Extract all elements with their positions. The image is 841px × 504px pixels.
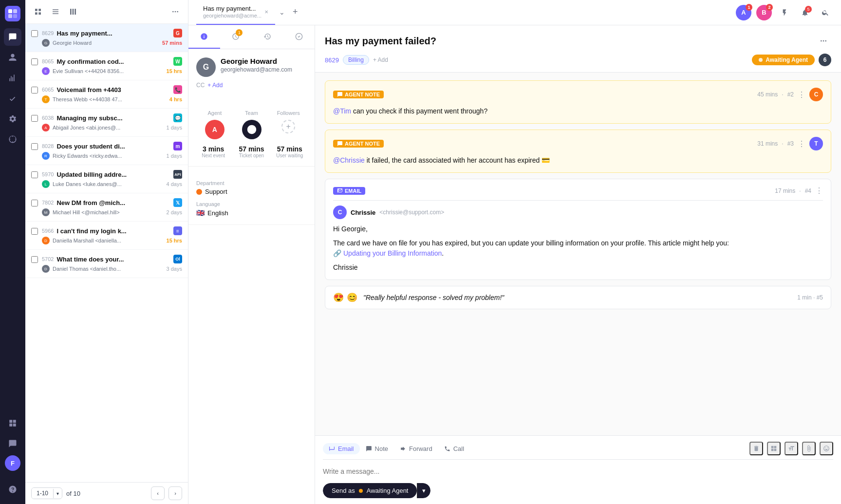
avatar-user2[interactable]: B 2	[756, 5, 772, 20]
view-board-icon[interactable]	[66, 5, 80, 19]
msg-num-2: #3	[787, 140, 794, 147]
add-follower-btn[interactable]: +	[281, 120, 295, 133]
department-section: Department Support Language 🇬🇧 English	[188, 167, 315, 225]
compose-tab-forward[interactable]: Forward	[394, 443, 438, 454]
conv-item-5702[interactable]: 5702 What time does your... Ol D Daniel …	[25, 250, 188, 278]
view-grid-icon[interactable]	[31, 5, 45, 19]
icon-tab-history[interactable]	[252, 25, 283, 49]
compose-tab-call[interactable]: Call	[438, 443, 470, 454]
team-avatar[interactable]	[242, 120, 262, 139]
conv-item-8028[interactable]: 8028 Does your student di... m R Ricky E…	[25, 137, 188, 165]
conv-checkbox-8629[interactable]	[31, 30, 38, 37]
conv-meta-tag[interactable]: Billing	[343, 55, 369, 65]
compose-area: Email Note Forward Call	[315, 435, 841, 504]
conv-meta-add[interactable]: + Add	[373, 56, 388, 63]
nav-icon-tasks[interactable]	[4, 90, 21, 107]
conv-checkbox-5970[interactable]	[31, 171, 38, 178]
compose-tab-note[interactable]: Note	[360, 443, 394, 454]
info-panel: 1 G Georgie Howard georgiehoward@acme.co…	[188, 25, 315, 504]
conv-item-6065[interactable]: 6065 Voicemail from +4403 📞 T Theresa We…	[25, 80, 188, 109]
emoji1: 😍	[333, 292, 344, 303]
conv-header-actions	[816, 33, 831, 49]
new-tab-btn[interactable]: +	[289, 0, 302, 25]
conv-channel-icon-twitter: 𝕏	[173, 198, 182, 207]
agent-label: Agent	[207, 110, 222, 116]
nav-icon-chat[interactable]	[4, 435, 21, 452]
more-options-icon[interactable]	[168, 5, 182, 19]
send-dropdown-btn[interactable]: ▾	[417, 483, 430, 498]
tab-dropdown-btn[interactable]: ⌄	[275, 0, 289, 25]
nav-icon-billing[interactable]	[4, 131, 21, 148]
conv-checkbox-5966[interactable]	[31, 228, 38, 235]
msg-more-btn-2[interactable]: ⋮	[798, 139, 805, 149]
agent-avatar[interactable]: A	[205, 120, 224, 139]
send-button[interactable]: Send as Awaiting Agent	[323, 483, 417, 498]
status-badge[interactable]: Awaiting Agent	[752, 55, 815, 65]
conv-item-7802[interactable]: 7802 New DM from @mich... 𝕏 M Michael Hi…	[25, 193, 188, 222]
tab-payment[interactable]: Has my payment... georgiehoward@acme... …	[196, 0, 275, 25]
nav-icon-settings[interactable]	[4, 110, 21, 128]
conv-checkbox-8028[interactable]	[31, 143, 38, 150]
conv-item-5970[interactable]: 5970 Updated billing addre... API L Luke…	[25, 165, 188, 193]
msg-more-btn-3[interactable]: ⋮	[815, 186, 823, 195]
notifications-btn[interactable]: 5	[797, 5, 813, 20]
conv-item-6038[interactable]: 6038 Managing my subsc... 💬 A Abigail Jo…	[25, 109, 188, 137]
msg-dot-1: ·	[782, 91, 783, 98]
lightning-btn[interactable]	[777, 5, 792, 20]
svg-rect-19	[774, 446, 777, 448]
compose-actions-right	[749, 442, 833, 455]
font-size-btn[interactable]	[785, 442, 798, 455]
search-btn[interactable]	[818, 5, 833, 20]
page-next-btn[interactable]: ›	[168, 486, 182, 500]
user-avatar-nav[interactable]: F	[5, 455, 20, 471]
nav-icon-contacts[interactable]	[4, 49, 21, 66]
nav-icon-grid[interactable]	[4, 414, 21, 432]
compose-tab-email[interactable]: Email	[323, 443, 360, 454]
clock-tab-badge: 1	[236, 29, 243, 36]
conv-meta: 8629 Billing + Add Awaiting Agent 6	[325, 54, 831, 66]
template-btn[interactable]	[767, 442, 781, 455]
emoji-btn[interactable]	[820, 442, 833, 455]
nav-icon-reports[interactable]	[4, 69, 21, 87]
cc-add-btn[interactable]: + Add	[207, 82, 223, 89]
msg-body-3: Hi Georgie, The card we have on file for…	[333, 224, 823, 273]
msg-sender-name: Chrissie	[351, 209, 375, 216]
icon-tab-clock[interactable]: 1	[220, 25, 252, 49]
conv-meta-id: 8629	[325, 56, 339, 64]
avatar-user1[interactable]: A 1	[736, 5, 751, 20]
icon-tabs: 1	[188, 25, 315, 49]
attachment-btn[interactable]	[802, 442, 816, 455]
reaction-bar: 😍 😊 "Really helpful response - solved my…	[325, 286, 831, 309]
nav-icon-help[interactable]	[4, 481, 21, 498]
svg-point-17	[825, 40, 826, 42]
icon-tab-check[interactable]	[283, 25, 315, 49]
page-range-arrow-icon[interactable]: ▾	[53, 489, 62, 498]
conv-checkbox-7802[interactable]	[31, 200, 38, 206]
tab-close-icon[interactable]: ✕	[264, 9, 268, 15]
more-options-btn[interactable]	[816, 33, 831, 49]
view-list-icon[interactable]	[49, 5, 62, 19]
msg-more-btn-1[interactable]: ⋮	[798, 90, 805, 99]
chevron-down-icon: ⌄	[279, 8, 285, 16]
nav-icon-conversations[interactable]	[4, 28, 21, 46]
conv-channel-icon-chat: 💬	[173, 113, 182, 122]
delete-compose-btn[interactable]	[749, 442, 763, 455]
plus-icon: +	[293, 7, 298, 17]
conv-checkbox-5702[interactable]	[31, 256, 38, 263]
conv-checkbox-6038[interactable]	[31, 115, 38, 122]
compose-input[interactable]	[323, 464, 833, 479]
conv-item-8065[interactable]: 8065 My confirmation cod... W E Evie Sul…	[25, 52, 188, 80]
page-prev-btn[interactable]: ‹	[151, 486, 165, 500]
msg-sender-line: C Chrissie <chrissie@support.com>	[333, 205, 823, 219]
conv-item-8629[interactable]: 8629 Has my payment... G G Georgie Howar…	[25, 24, 188, 52]
conv-title-8629: Has my payment...	[56, 30, 170, 37]
conv-checkbox-6065[interactable]	[31, 87, 38, 93]
conv-channel-icon-messenger: m	[173, 142, 182, 150]
svg-point-12	[175, 11, 176, 13]
nav-logo[interactable]	[5, 6, 20, 21]
icon-tab-info[interactable]	[188, 25, 220, 49]
conv-checkbox-8065[interactable]	[31, 58, 38, 65]
contact-email: georgiehoward@acme.com	[221, 66, 292, 73]
conv-item-5966[interactable]: 5966 I can't find my login k... ≡ D Dani…	[25, 222, 188, 250]
billing-link[interactable]: 🔗 Updating your Billing Information	[333, 248, 442, 259]
